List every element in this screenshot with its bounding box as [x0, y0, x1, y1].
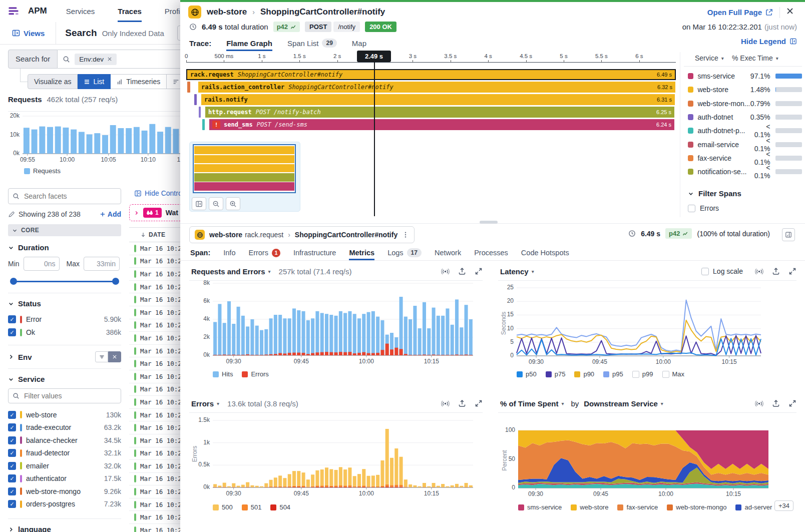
flame-span-rails.action_controller[interactable]: rails.action_controllerShoppingCartContr…: [198, 82, 675, 93]
expand-icon[interactable]: [788, 267, 796, 275]
tab-errors[interactable]: Errors 1: [248, 245, 280, 260]
trace-list-row[interactable]: Mar 16 10:25: [129, 409, 180, 422]
trace-list-row[interactable]: Mar 16 10:25: [129, 345, 180, 358]
checkbox-unchecked[interactable]: [688, 205, 695, 212]
export-icon[interactable]: [772, 399, 780, 407]
span-breadcrumb-chip[interactable]: web-store rack.request › ShoppingCartCon…: [189, 226, 415, 243]
service-facet-row[interactable]: ✓orders-mysql4.88k: [8, 510, 121, 512]
span-detail-view-button[interactable]: [782, 228, 795, 241]
trace-list-row[interactable]: Mar 16 10:25: [129, 255, 180, 268]
hide-legend-link[interactable]: Hide Legend: [741, 37, 797, 46]
trace-list-row[interactable]: Mar 16 10:25: [129, 473, 180, 486]
service-facet-row[interactable]: ✓orders-postgres7.23k: [8, 498, 121, 511]
zoom-out-button[interactable]: [209, 197, 223, 210]
service-filter[interactable]: [8, 388, 121, 403]
duration-slider[interactable]: [10, 278, 119, 285]
nav-traces[interactable]: Traces: [118, 0, 142, 22]
tab-network[interactable]: Network: [435, 245, 461, 260]
visualize-list-button[interactable]: List: [78, 74, 111, 89]
checkbox-checked[interactable]: ✓: [8, 411, 16, 419]
log-scale-toggle[interactable]: Log scale: [701, 267, 743, 275]
menu-icon[interactable]: [7, 5, 20, 18]
mini-span-bar[interactable]: [199, 107, 201, 118]
legend-item-p95[interactable]: p95: [603, 370, 623, 378]
mini-span-bar[interactable]: [194, 94, 197, 105]
group-by-dropdown[interactable]: Downstream Service: [584, 399, 658, 408]
time-cursor-label[interactable]: 2.49 s: [357, 51, 391, 62]
core-section-header[interactable]: CORE: [8, 224, 121, 236]
minimap-viewport[interactable]: [193, 144, 296, 193]
export-icon[interactable]: [458, 267, 466, 275]
legend-item-501[interactable]: 501: [242, 503, 262, 511]
exec-legend-row-sms-service[interactable]: sms-service97.1%: [685, 70, 802, 82]
exec-legend-row-auth-dotnet-p...[interactable]: auth-dotnet-p...< 0.1%: [685, 125, 802, 137]
facet-search[interactable]: [8, 188, 121, 204]
close-panel-button[interactable]: [786, 7, 795, 16]
mini-span-bar[interactable]: [187, 82, 190, 93]
trace-list-row[interactable]: Mar 16 10:25: [129, 319, 180, 332]
chart-title-dropdown[interactable]: Requests and Errors: [191, 267, 265, 276]
legend-item-fax-service[interactable]: fax-service: [617, 503, 658, 511]
expand-icon[interactable]: [475, 267, 483, 275]
minimap-reset-button[interactable]: [192, 197, 206, 210]
legend-item-sms-service[interactable]: sms-service: [518, 503, 562, 511]
errors-filter-checkbox[interactable]: Errors: [688, 204, 719, 212]
legend-item-web-store-mongo[interactable]: web-store-mongo: [667, 503, 726, 511]
filter-spans-toggle[interactable]: Filter Spans: [688, 189, 741, 198]
checkbox-checked[interactable]: ✓: [8, 423, 16, 431]
tab-info[interactable]: Info: [223, 245, 235, 260]
checkbox-unchecked[interactable]: [701, 268, 709, 275]
exec-legend-row-web-store-mon...[interactable]: web-store-mon...0.79%: [685, 98, 802, 110]
chart-title-dropdown[interactable]: % of Time Spent: [500, 399, 558, 408]
checkbox-checked[interactable]: ✓: [8, 487, 16, 495]
service-facet-row[interactable]: ✓balance-checker34.5k: [8, 434, 121, 447]
checkbox-checked[interactable]: ✓: [8, 462, 16, 470]
trace-list-row[interactable]: Mar 16 10:25: [129, 268, 180, 281]
trace-list-row[interactable]: Mar 16 10:25: [129, 306, 180, 319]
trace-list-row[interactable]: Mar 16 10:25: [129, 383, 180, 396]
checkbox-checked[interactable]: ✓: [8, 474, 16, 482]
nav-services[interactable]: Services: [66, 0, 95, 22]
trace-list-row[interactable]: Mar 16 10:25: [129, 293, 180, 306]
facet-env-header[interactable]: Env: [8, 351, 121, 362]
date-column-header[interactable]: DATE: [129, 227, 180, 242]
hide-controls-link[interactable]: Hide Controls: [134, 189, 180, 197]
exec-legend-row-email-service[interactable]: email-service< 0.1%: [685, 139, 802, 151]
service-facet-row[interactable]: ✓fraud-detector32.1k: [8, 447, 121, 460]
checkbox-checked[interactable]: ✓: [8, 500, 16, 508]
tab-infrastructure[interactable]: Infrastructure: [293, 245, 336, 260]
slider-knob-min[interactable]: [10, 278, 17, 285]
legend-item-ad-server[interactable]: ad-server: [735, 503, 772, 511]
flame-span-http.request[interactable]: http.requestPOST /notify-batch6.25 s: [205, 107, 674, 118]
exec-legend-row-notification-se...[interactable]: notification-se...< 0.1%: [685, 166, 802, 178]
duration-max-input[interactable]: [84, 257, 120, 271]
latency-percentile-badge[interactable]: p42: [665, 228, 692, 239]
watch-metric-icon[interactable]: [441, 267, 450, 276]
tab-map[interactable]: Map: [352, 36, 366, 50]
service-facet-row[interactable]: ✓emailer32.0k: [8, 459, 121, 472]
legend-item-Requests[interactable]: Requests: [24, 167, 61, 175]
trace-list-row[interactable]: Mar 16 10:25: [129, 434, 180, 447]
checkbox-checked[interactable]: ✓: [8, 449, 16, 457]
facet-service-header[interactable]: Service: [8, 375, 121, 383]
checkbox-checked[interactable]: ✓: [8, 315, 16, 323]
watch-metric-icon[interactable]: [755, 267, 763, 276]
latency-percentile-badge[interactable]: p42: [273, 22, 300, 32]
tab-logs[interactable]: Logs 17: [387, 245, 422, 260]
service-facet-row[interactable]: ✓authenticator17.5k: [8, 472, 121, 485]
legend-item-p90[interactable]: p90: [574, 370, 594, 378]
facet-duration-header[interactable]: Duration: [8, 243, 121, 252]
tab-code-hotspots[interactable]: Code Hotspots: [521, 245, 569, 260]
checkbox-checked[interactable]: ✓: [8, 328, 16, 336]
chart-title-dropdown[interactable]: Latency: [500, 267, 529, 276]
legend-item-Hits[interactable]: Hits: [213, 370, 233, 378]
legend-item-500[interactable]: 500: [213, 503, 233, 511]
slider-knob-max[interactable]: [112, 278, 119, 285]
trace-list-row[interactable]: Mar 16 10:25: [129, 396, 180, 409]
mini-span-bar[interactable]: [202, 119, 205, 130]
facet-language-header[interactable]: language: [8, 525, 121, 532]
flame-minimap[interactable]: [189, 142, 300, 212]
chart-title-dropdown[interactable]: Errors: [191, 399, 214, 408]
trace-list-row[interactable]: Mar 16 10:25: [129, 485, 180, 498]
status-facet-row[interactable]: ✓Error5.90k: [8, 313, 121, 326]
